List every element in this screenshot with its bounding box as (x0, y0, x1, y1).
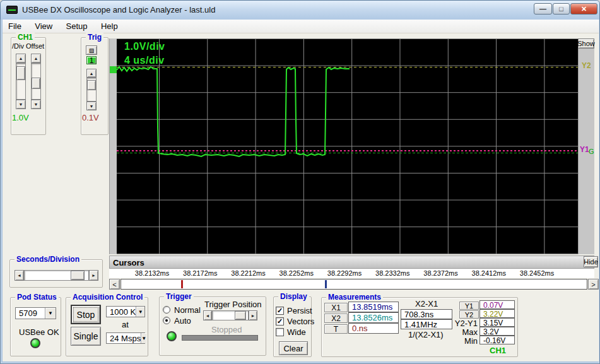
y2-button[interactable]: Y2 (459, 310, 479, 319)
clear-button[interactable]: Clear (279, 341, 308, 355)
scroll-up-icon[interactable]: ▲ (86, 69, 97, 78)
trigger-auto-radio[interactable] (163, 317, 170, 324)
cursor-timestamp: 38.2172ms (183, 269, 217, 277)
buffer-size-value: 1000 K (107, 307, 136, 317)
dropdown-arrow-icon[interactable]: ▼ (141, 333, 146, 343)
scroll-right-icon[interactable]: ► (89, 270, 98, 281)
t-value: 0.ns (348, 323, 399, 334)
cursor-timestamp: 38.2332ms (375, 269, 409, 277)
inverse-x2x1-label: 1/(X2-X1) (408, 330, 444, 339)
pod-select[interactable]: 5709 ▼ (15, 307, 56, 319)
ch1-voltsdiv-scrollbar[interactable]: ▲ ▼ (16, 54, 26, 109)
scroll-up-icon[interactable]: ▲ (31, 54, 41, 63)
trigger-position-scrollbar[interactable]: ◄ ► (203, 310, 257, 320)
scroll-down-icon[interactable]: ▼ (31, 100, 41, 109)
scroll-up-icon[interactable]: ▲ (16, 54, 26, 63)
ground-label: G (589, 148, 594, 155)
window-title: USBee DX Oscilloscope and Logic Analyzer… (22, 5, 215, 15)
max-label: Max (450, 327, 478, 337)
seconds-division-thumb[interactable] (71, 271, 85, 280)
trigger-normal-label[interactable]: Normal (174, 305, 201, 315)
stop-button[interactable]: Stop (71, 305, 101, 324)
hide-button[interactable]: Hide (584, 256, 598, 267)
persist-checkbox[interactable]: ✓ (276, 307, 284, 315)
scroll-down-icon[interactable]: ▼ (86, 102, 97, 110)
ch1-voltsdiv-thumb[interactable] (16, 66, 25, 80)
trigger-title: Trigger (164, 292, 194, 301)
scroll-right-icon[interactable]: ► (249, 310, 257, 320)
wide-checkbox[interactable] (276, 328, 284, 336)
buffer-size-select[interactable]: 1000 K ▼ (106, 306, 145, 317)
y1-cursor-label[interactable]: Y1 (580, 145, 589, 154)
menu-file[interactable]: File (3, 20, 27, 31)
menu-setup[interactable]: Setup (61, 20, 93, 31)
trigger-level-thumb[interactable] (87, 80, 96, 90)
trigger-normal-radio[interactable] (163, 306, 170, 314)
single-button[interactable]: Single (71, 327, 101, 346)
cursor-scroll-left-icon[interactable]: < (109, 279, 120, 290)
cursor-timestamp: 38.2252ms (279, 269, 314, 277)
trigger-level-value: 0.1V (82, 113, 99, 122)
trigger-source-button[interactable]: 1 (86, 56, 97, 64)
trigger-level-scrollbar[interactable]: ▲ ▼ (86, 69, 97, 110)
ch1-voltsdiv-track[interactable] (16, 63, 26, 100)
pod-status-led (30, 338, 40, 348)
trigger-position-label: Trigger Position (204, 300, 262, 309)
min-value: -0.16V (479, 336, 515, 344)
cursor-track[interactable] (121, 279, 587, 290)
trigger-pattern-button[interactable]: ▨ (86, 45, 97, 55)
ch1-offset-scrollbar[interactable]: ▲ ▼ (31, 54, 41, 109)
dropdown-arrow-icon[interactable]: ▼ (45, 308, 56, 319)
div-offset-label: /Div Offset (12, 42, 44, 50)
cursor-timestamp: 38.2412ms (472, 269, 506, 277)
seconds-division-scrollbar[interactable]: ◄ ► (15, 270, 98, 281)
cursors-title: Cursors (113, 258, 144, 267)
vectors-checkbox[interactable]: ✓ (276, 317, 284, 326)
maximize-button[interactable]: □ (553, 3, 570, 15)
wide-label[interactable]: Wide (287, 327, 306, 337)
ch1-offset-track[interactable] (31, 63, 41, 100)
x2-value: 13.8526ms (348, 312, 399, 323)
persist-label[interactable]: Persist (287, 306, 312, 315)
seconds-division-track[interactable] (24, 270, 89, 281)
measurement-channel-label: CH1 (490, 346, 506, 355)
pod-select-value: 5709 (16, 308, 45, 319)
cursor-timestamps: 38.2132ms38.2172ms38.2212ms38.2252ms38.2… (109, 269, 594, 278)
trigger-position-track[interactable] (212, 310, 249, 320)
minimize-button[interactable]: — (534, 3, 552, 15)
dropdown-arrow-icon[interactable]: ▼ (136, 307, 144, 317)
scroll-down-icon[interactable]: ▼ (16, 100, 26, 109)
x2-cursor-marker[interactable] (325, 280, 327, 288)
trigger-position-thumb[interactable] (235, 311, 246, 320)
ch1-offset-thumb[interactable] (32, 78, 40, 89)
x2-button[interactable]: X2 (324, 314, 348, 323)
show-button[interactable]: Show (578, 38, 594, 49)
scope-display[interactable]: 1.0V/div 4 us/div (117, 38, 578, 254)
trigger-auto-label[interactable]: Auto (174, 316, 191, 326)
waveform-trace (117, 67, 350, 156)
trigger-level-track[interactable] (86, 78, 97, 102)
pod-status-title: Pod Status (15, 293, 59, 302)
ch1-panel-title: CH1 (16, 33, 35, 42)
scope-left-strip (109, 38, 117, 254)
x1-button[interactable]: X1 (324, 303, 348, 312)
menu-view[interactable]: View (29, 20, 58, 31)
x1-cursor-marker[interactable] (181, 280, 183, 288)
cursor-timestamp: 38.2212ms (231, 269, 265, 277)
menu-help[interactable]: Help (95, 20, 124, 31)
vectors-label[interactable]: Vectors (287, 317, 314, 326)
sample-rate-select[interactable]: 24 Msps ▼ (106, 332, 145, 344)
t-button[interactable]: T (324, 324, 348, 334)
cursor-scroll-right-icon[interactable]: > (588, 279, 599, 290)
pod-status-text: USBee OK (19, 327, 59, 337)
cursor-timestamp: 38.2132ms (135, 269, 169, 277)
title-bar[interactable]: USBee DX Oscilloscope and Logic Analyzer… (1, 1, 600, 20)
y2-cursor-label[interactable]: Y2 (582, 61, 591, 70)
scroll-left-icon[interactable]: ◄ (15, 270, 24, 281)
y1-value: 0.07V (479, 300, 515, 309)
seconds-division-title: Seconds/Division (15, 255, 81, 264)
scroll-left-icon[interactable]: ◄ (203, 310, 212, 320)
y1-button[interactable]: Y1 (459, 302, 479, 310)
close-button[interactable]: ✕ (570, 3, 597, 15)
x2x1-label: X2-X1 (415, 299, 438, 308)
